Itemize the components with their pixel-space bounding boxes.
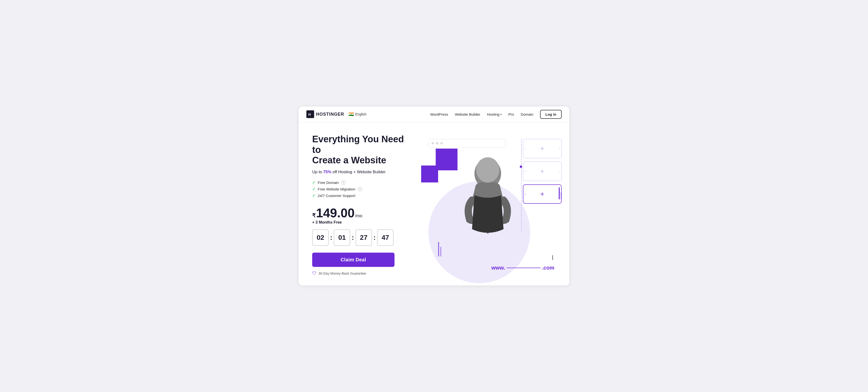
feature-label: 24/7 Customer Support bbox=[318, 194, 355, 198]
ui-card-2: ‹ + › bbox=[523, 162, 562, 181]
countdown-sep: : bbox=[352, 234, 354, 241]
page-container: H HOSTINGER 🇮🇳 English WordPress Website… bbox=[299, 106, 569, 286]
plus-icon: + bbox=[540, 167, 544, 175]
domain-line bbox=[507, 268, 540, 268]
cursor-icon: ⌊ bbox=[552, 254, 554, 260]
countdown-timer: 02 : 01 : 27 : 47 bbox=[312, 229, 409, 246]
dashed-line bbox=[521, 139, 522, 231]
hero-left: Everything You Need toCreate a Website U… bbox=[312, 134, 414, 276]
flag-icon: 🇮🇳 bbox=[348, 111, 354, 117]
money-back-guarantee: 🛡 30-Day Money-Back Guarantee bbox=[312, 271, 409, 276]
plus-icon: + bbox=[540, 145, 544, 153]
shield-icon: 🛡 bbox=[312, 271, 316, 276]
chevron-down-icon: ▾ bbox=[500, 113, 502, 116]
countdown-sep: : bbox=[373, 234, 376, 241]
nav-left: H HOSTINGER 🇮🇳 English bbox=[306, 110, 366, 118]
check-icon: ✓ bbox=[312, 187, 315, 191]
language-label: English bbox=[355, 112, 366, 116]
vert-bars bbox=[559, 187, 562, 199]
domain-www: www. bbox=[491, 265, 505, 271]
domain-com: .com bbox=[542, 265, 554, 271]
browser-bar bbox=[428, 139, 506, 148]
nav-link-pro[interactable]: Pro bbox=[508, 112, 514, 117]
feature-support: ✓ 24/7 Customer Support bbox=[312, 193, 409, 198]
price-currency: ₹ bbox=[312, 213, 316, 219]
dashed-dot bbox=[520, 165, 522, 168]
brand-name: HOSTINGER bbox=[316, 112, 344, 117]
check-icon: ✓ bbox=[312, 180, 315, 185]
left-arrow-icon: ‹ bbox=[525, 192, 526, 196]
countdown-hours: 02 bbox=[312, 229, 329, 246]
browser-dot bbox=[440, 142, 443, 144]
price-amount: 149.00 bbox=[316, 207, 354, 219]
nav-right: WordPress Website Builder Hosting ▾ Pro … bbox=[430, 110, 562, 119]
login-button[interactable]: Log in bbox=[540, 110, 562, 119]
navbar: H HOSTINGER 🇮🇳 English WordPress Website… bbox=[299, 106, 569, 123]
tooltip-icon[interactable]: ? bbox=[358, 187, 362, 191]
feature-label: Free Website Migration bbox=[318, 187, 355, 191]
vert-bar bbox=[559, 187, 560, 199]
feature-label: Free Domain bbox=[318, 181, 339, 185]
left-arrow-icon: ‹ bbox=[525, 169, 526, 173]
nav-link-website-builder[interactable]: Website Builder bbox=[455, 112, 480, 117]
left-arrow-icon: ‹ bbox=[525, 146, 526, 150]
price-free-months: + 3 Months Free bbox=[312, 220, 409, 225]
price-period: /mo bbox=[355, 214, 362, 219]
logo-icon: H bbox=[306, 110, 314, 118]
vert-bar bbox=[561, 192, 562, 199]
hero-subtitle: Up to 75% off Hosting + Website Builder bbox=[312, 170, 409, 174]
claim-deal-button[interactable]: Claim Deal bbox=[312, 253, 395, 267]
svg-point-3 bbox=[476, 157, 499, 183]
person-illustration bbox=[456, 152, 519, 258]
feature-free-domain: ✓ Free Domain ? bbox=[312, 180, 409, 185]
svg-text:H: H bbox=[308, 112, 311, 117]
hero-section: Everything You Need toCreate a Website U… bbox=[299, 123, 569, 286]
features-list: ✓ Free Domain ? ✓ Free Website Migration… bbox=[312, 180, 409, 200]
subtitle-suffix: off Hosting + Website Builder bbox=[331, 170, 385, 174]
nav-link-wordpress[interactable]: WordPress bbox=[430, 112, 448, 117]
nav-link-hosting[interactable]: Hosting ▾ bbox=[487, 112, 502, 117]
browser-dot bbox=[432, 142, 434, 144]
ui-cards: ‹ + › ‹ + › ‹ + › bbox=[523, 139, 562, 204]
logo[interactable]: H HOSTINGER bbox=[306, 110, 344, 118]
countdown-sep: : bbox=[330, 234, 332, 241]
plus-icon: + bbox=[540, 190, 544, 198]
hero-right: ‹ + › ‹ + › ‹ + › bbox=[414, 134, 562, 276]
right-arrow-icon: › bbox=[559, 146, 560, 150]
nav-link-domain[interactable]: Domain bbox=[521, 112, 533, 117]
hero-title: Everything You Need toCreate a Website bbox=[312, 134, 409, 166]
price-row: ₹ 149.00 /mo bbox=[312, 207, 409, 219]
right-arrow-icon: › bbox=[559, 169, 560, 173]
purple-square-1 bbox=[436, 149, 458, 170]
check-icon: ✓ bbox=[312, 193, 315, 198]
left-bars bbox=[438, 242, 441, 257]
purple-square-2 bbox=[421, 165, 438, 183]
countdown-seconds: 27 bbox=[355, 229, 372, 246]
countdown-minutes: 01 bbox=[334, 229, 350, 246]
browser-dot bbox=[436, 142, 438, 144]
domain-row: www. .com bbox=[491, 265, 554, 271]
ui-card-3: ‹ + › bbox=[523, 185, 562, 204]
vert-bar bbox=[440, 247, 441, 257]
ui-card-1: ‹ + › bbox=[523, 139, 562, 158]
language-selector[interactable]: 🇮🇳 English bbox=[348, 111, 366, 117]
subtitle-prefix: Up to bbox=[312, 170, 323, 174]
feature-migration: ✓ Free Website Migration ? bbox=[312, 187, 409, 191]
countdown-fraction: 47 bbox=[377, 229, 394, 246]
tooltip-icon[interactable]: ? bbox=[341, 181, 346, 185]
subtitle-highlight: 75% bbox=[323, 170, 331, 174]
money-back-label: 30-Day Money-Back Guarantee bbox=[318, 271, 366, 275]
vert-bar bbox=[438, 242, 439, 257]
